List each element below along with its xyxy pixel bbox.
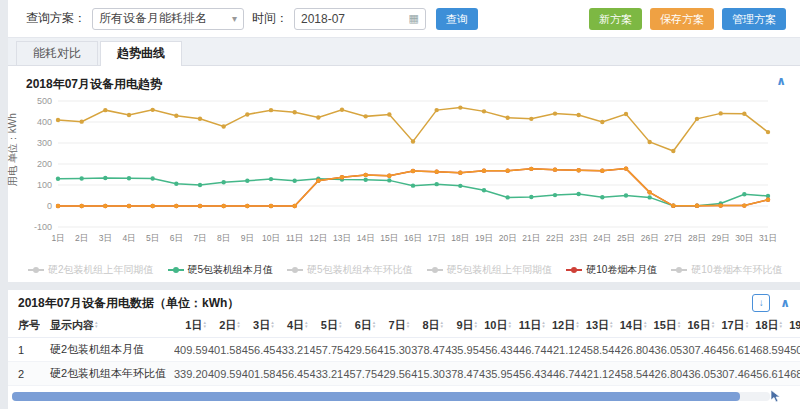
data-point[interactable] bbox=[103, 176, 107, 180]
data-point[interactable] bbox=[316, 179, 320, 183]
data-point[interactable] bbox=[150, 176, 154, 180]
data-point[interactable] bbox=[576, 168, 580, 172]
data-point[interactable] bbox=[411, 169, 415, 173]
sort-icon[interactable] bbox=[407, 320, 410, 328]
data-point[interactable] bbox=[766, 130, 770, 134]
data-point[interactable] bbox=[198, 117, 202, 121]
legend-item[interactable]: 硬10卷烟本年环比值 bbox=[671, 263, 782, 277]
data-point[interactable] bbox=[742, 203, 746, 207]
data-point[interactable] bbox=[316, 115, 320, 119]
data-point[interactable] bbox=[245, 179, 249, 183]
data-point[interactable] bbox=[718, 111, 722, 115]
data-point[interactable] bbox=[56, 204, 60, 208]
data-point[interactable] bbox=[600, 120, 604, 124]
data-point[interactable] bbox=[269, 108, 273, 112]
data-point[interactable] bbox=[553, 111, 557, 115]
horizontal-scrollbar-track[interactable] bbox=[12, 392, 770, 401]
column-header[interactable]: 8日 bbox=[411, 314, 445, 338]
sort-icon[interactable] bbox=[475, 320, 478, 328]
column-header[interactable]: 3日 bbox=[242, 314, 276, 338]
data-point[interactable] bbox=[103, 108, 107, 112]
column-header[interactable]: 18日 bbox=[750, 314, 784, 338]
data-point[interactable] bbox=[103, 204, 107, 208]
data-point[interactable] bbox=[718, 203, 722, 207]
data-point[interactable] bbox=[766, 198, 770, 202]
data-point[interactable] bbox=[600, 195, 604, 199]
table-row[interactable]: 2硬2包装机组本年环比值339.20409.59401.58456.45433.… bbox=[8, 362, 800, 386]
data-point[interactable] bbox=[340, 108, 344, 112]
data-point[interactable] bbox=[221, 204, 225, 208]
time-input[interactable]: 2018-07 ▦ bbox=[294, 8, 426, 30]
tab-trend-curve[interactable]: 趋势曲线 bbox=[100, 41, 182, 66]
data-point[interactable] bbox=[458, 184, 462, 188]
data-point[interactable] bbox=[411, 183, 415, 187]
data-point[interactable] bbox=[505, 116, 509, 120]
data-point[interactable] bbox=[79, 176, 83, 180]
export-icon[interactable]: ↓ bbox=[752, 294, 770, 312]
column-header[interactable]: 17日 bbox=[716, 314, 750, 338]
legend-item[interactable]: 硬10卷烟本月值 bbox=[566, 263, 657, 277]
column-header[interactable]: 显示内容 bbox=[40, 314, 174, 338]
sort-icon[interactable] bbox=[237, 320, 240, 328]
column-header[interactable]: 12日 bbox=[547, 314, 581, 338]
data-point[interactable] bbox=[245, 204, 249, 208]
column-header[interactable]: 19日 bbox=[784, 314, 800, 338]
legend-item[interactable]: 硬5包装机组本月值 bbox=[168, 263, 274, 277]
new-plan-button[interactable]: 新方案 bbox=[589, 8, 642, 30]
data-point[interactable] bbox=[647, 140, 651, 144]
data-point[interactable] bbox=[127, 204, 131, 208]
data-point[interactable] bbox=[671, 204, 675, 208]
column-header[interactable]: 5日 bbox=[310, 314, 344, 338]
data-point[interactable] bbox=[79, 204, 83, 208]
manage-plan-button[interactable]: 管理方案 bbox=[722, 8, 786, 30]
data-point[interactable] bbox=[766, 194, 770, 198]
column-header[interactable]: 4日 bbox=[276, 314, 310, 338]
sort-icon[interactable] bbox=[305, 320, 308, 328]
data-point[interactable] bbox=[127, 176, 131, 180]
data-point[interactable] bbox=[363, 114, 367, 118]
table-collapse-icon[interactable]: ∧ bbox=[780, 296, 790, 310]
data-point[interactable] bbox=[505, 195, 509, 199]
data-point[interactable] bbox=[56, 177, 60, 181]
table-row[interactable]: 1硬2包装机组本月值409.59401.58456.45433.21457.75… bbox=[8, 338, 800, 362]
legend-item[interactable]: 硬2包装机组上年同期值 bbox=[28, 263, 154, 277]
sort-icon[interactable] bbox=[441, 320, 444, 328]
sort-icon[interactable] bbox=[644, 320, 647, 328]
legend-item[interactable]: 硬5包装机组本年环比值 bbox=[287, 263, 413, 277]
data-point[interactable] bbox=[387, 174, 391, 178]
data-point[interactable] bbox=[742, 112, 746, 116]
data-point[interactable] bbox=[434, 182, 438, 186]
data-point[interactable] bbox=[150, 204, 154, 208]
data-point[interactable] bbox=[482, 109, 486, 113]
chart-collapse-icon[interactable]: ∧ bbox=[776, 74, 786, 88]
data-point[interactable] bbox=[529, 117, 533, 121]
sort-icon[interactable] bbox=[610, 320, 613, 328]
tab-energy-compare[interactable]: 能耗对比 bbox=[16, 41, 98, 65]
column-header[interactable]: 15日 bbox=[648, 314, 682, 338]
data-point[interactable] bbox=[553, 193, 557, 197]
data-point[interactable] bbox=[482, 169, 486, 173]
data-point[interactable] bbox=[458, 105, 462, 109]
sort-icon[interactable] bbox=[373, 320, 376, 328]
data-point[interactable] bbox=[174, 182, 178, 186]
data-point[interactable] bbox=[198, 204, 202, 208]
data-point[interactable] bbox=[292, 110, 296, 114]
sort-icon[interactable] bbox=[271, 320, 274, 328]
data-point[interactable] bbox=[434, 108, 438, 112]
data-point[interactable] bbox=[127, 113, 131, 117]
data-point[interactable] bbox=[292, 204, 296, 208]
sort-icon[interactable] bbox=[746, 320, 749, 328]
query-plan-select[interactable]: 所有设备月能耗排名 ▾ bbox=[92, 8, 244, 30]
sort-icon[interactable] bbox=[95, 320, 98, 328]
data-point[interactable] bbox=[198, 183, 202, 187]
data-point[interactable] bbox=[600, 169, 604, 173]
data-point[interactable] bbox=[624, 193, 628, 197]
data-point[interactable] bbox=[174, 114, 178, 118]
query-button[interactable]: 查询 bbox=[436, 8, 478, 30]
sort-icon[interactable] bbox=[508, 320, 511, 328]
data-point[interactable] bbox=[269, 177, 273, 181]
data-point[interactable] bbox=[576, 113, 580, 117]
column-header[interactable]: 11日 bbox=[513, 314, 547, 338]
column-header[interactable]: 1日 bbox=[174, 314, 208, 338]
sort-icon[interactable] bbox=[339, 320, 342, 328]
